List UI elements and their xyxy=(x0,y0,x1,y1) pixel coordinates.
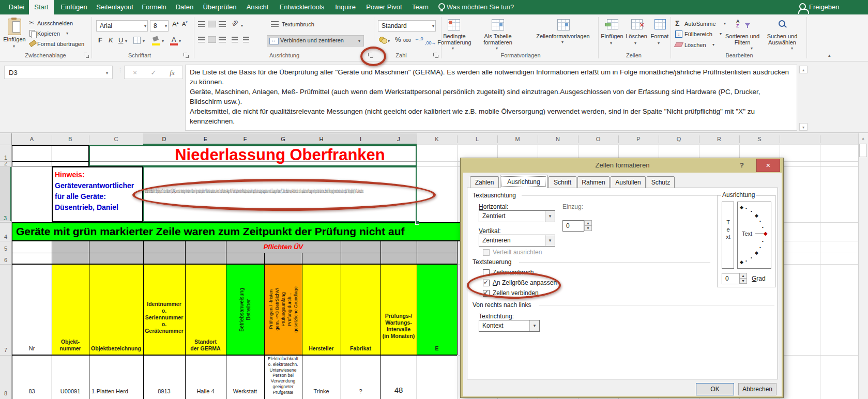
comma-style-button[interactable]: 000 xyxy=(403,38,411,43)
tell-me-box[interactable]: Was möchten Sie tun? xyxy=(447,0,514,14)
copy-button[interactable]: Kopieren xyxy=(37,30,60,37)
column-header-c[interactable]: C xyxy=(89,133,143,145)
name-box[interactable]: D3 ▾ xyxy=(4,66,113,79)
dialog-help-icon[interactable]: ? xyxy=(740,161,744,169)
dialog-close-icon[interactable]: × xyxy=(756,159,780,172)
cell-e8[interactable]: Halle 4 xyxy=(185,355,226,399)
tab-datei[interactable]: Datei xyxy=(4,0,29,14)
column-header-d[interactable]: D xyxy=(143,133,185,145)
clear-button[interactable]: Löschen xyxy=(684,41,706,49)
conditional-formatting-caret-icon[interactable] xyxy=(452,47,454,51)
font-dialog-launcher[interactable] xyxy=(184,53,189,58)
align-top-icon[interactable] xyxy=(198,21,205,27)
find-select-caret-icon[interactable] xyxy=(791,47,793,51)
orientation-dot[interactable] xyxy=(762,239,764,243)
font-color-icon[interactable]: A xyxy=(172,36,176,43)
cell-a8[interactable]: 83 xyxy=(12,355,52,399)
textrichtung-caret-icon[interactable] xyxy=(529,320,539,331)
orientation-dot[interactable] xyxy=(745,259,747,263)
vertical-scrollbar[interactable] xyxy=(858,133,868,399)
dialog-tab-schrift[interactable]: Schrift xyxy=(549,176,576,188)
insert-function-icon[interactable]: fx xyxy=(168,69,176,77)
hinweis-cell[interactable]: Hinweis: Geräteverantwortlicher für alle… xyxy=(52,166,143,222)
cell-b8[interactable]: U00091 xyxy=(52,355,89,399)
number-dialog-launcher[interactable] xyxy=(433,53,439,58)
dialog-tab-rahmen[interactable]: Rahmen xyxy=(577,176,610,188)
percent-style-button[interactable]: % xyxy=(395,36,401,43)
collapse-ribbon-icon[interactable]: ▴ xyxy=(828,53,831,58)
font-name-caret-icon[interactable] xyxy=(144,24,146,28)
align-left-icon[interactable] xyxy=(198,37,205,42)
header-intervalle[interactable]: Prüfungs-/ Wartungs- intervalle (in Mona… xyxy=(380,264,417,355)
format-cells-button[interactable]: Format xyxy=(647,33,673,39)
degrees-spinner[interactable]: 0 ▲ ▼ xyxy=(722,273,739,284)
degrees-down-icon[interactable]: ▼ xyxy=(739,278,747,284)
cell-styles-caret-icon[interactable] xyxy=(561,40,564,44)
shrink-font-icon[interactable]: A▾ xyxy=(182,20,188,27)
paste-caret-icon[interactable] xyxy=(13,44,15,49)
orientation-caret-icon[interactable] xyxy=(241,24,243,28)
copy-caret-icon[interactable] xyxy=(66,32,68,36)
font-size-combo[interactable]: 8 xyxy=(150,20,169,32)
confirm-entry-icon[interactable]: ✓ xyxy=(149,69,158,76)
orientation-diamond[interactable] xyxy=(755,213,758,218)
autosum-caret-icon[interactable] xyxy=(724,22,726,26)
column-header-e[interactable]: E xyxy=(185,133,226,145)
column-header-k[interactable]: K xyxy=(417,133,457,145)
orientation-diamond[interactable] xyxy=(740,205,743,210)
share-button[interactable]: Freigeben xyxy=(809,0,840,14)
cell-h8[interactable]: Trinke xyxy=(302,355,341,399)
tab-seitenlayout[interactable]: Seitenlayout xyxy=(93,0,136,14)
header-fabrikat[interactable]: Fabrikat xyxy=(341,264,380,355)
decrease-indent-icon[interactable] xyxy=(232,37,238,42)
fill-color-caret-icon[interactable] xyxy=(162,39,164,43)
dialog-tab-zahlen[interactable]: Zahlen xyxy=(470,176,499,188)
increase-decimal-icon[interactable]: ←,0 xyxy=(415,36,423,41)
align-bottom-icon[interactable] xyxy=(219,21,226,27)
name-box-caret-icon[interactable]: ▾ xyxy=(106,71,108,75)
cell-j8[interactable]: 48 xyxy=(380,355,417,399)
row-header-7[interactable]: 7 xyxy=(0,264,11,353)
paste-button[interactable]: Einfügen xyxy=(2,36,27,42)
orientation-compass-box[interactable]: Text xyxy=(737,202,771,269)
textrichtung-dropdown[interactable]: Kontext xyxy=(479,320,540,332)
dialog-tab-schutz[interactable]: Schutz xyxy=(647,176,675,188)
column-header-l[interactable]: L xyxy=(457,133,497,145)
orientation-diamond-selected[interactable] xyxy=(764,231,768,236)
tab-power-pivot[interactable]: Power Pivot xyxy=(362,0,406,14)
row-header-6[interactable]: 6 xyxy=(0,253,11,263)
header-nr[interactable]: Nr xyxy=(12,264,52,355)
insert-cells-button[interactable]: Einfügen xyxy=(599,33,626,39)
borders-caret-icon[interactable] xyxy=(143,39,145,43)
underline-button[interactable]: U xyxy=(118,36,123,44)
horizontal-caret-icon[interactable] xyxy=(545,211,555,222)
vertikal-caret-icon[interactable] xyxy=(545,235,555,246)
formula-input[interactable]: Die Liste ist die Basis für die Überprüf… xyxy=(185,65,797,131)
column-header-s[interactable]: S xyxy=(739,133,780,145)
format-as-table-caret-icon[interactable] xyxy=(496,47,498,51)
delete-cells-caret-icon[interactable] xyxy=(634,41,636,45)
row-header-5[interactable]: 5 xyxy=(0,241,11,252)
tab-inquire[interactable]: Inquire xyxy=(331,0,360,14)
row-header-8[interactable]: 8 xyxy=(0,355,11,396)
header-standort[interactable]: Standort der GERMA xyxy=(185,264,226,355)
formula-scroll-up-icon[interactable]: ▴ xyxy=(799,66,808,73)
cell-f8[interactable]: Werkstatt xyxy=(226,355,264,399)
cut-button[interactable]: Ausschneiden xyxy=(37,20,73,27)
sort-filter-button[interactable]: Sortieren und Filtern xyxy=(722,33,763,45)
scrollbar-thumb[interactable] xyxy=(859,144,867,157)
number-format-caret-icon[interactable] xyxy=(432,24,434,28)
namebox-splitter[interactable]: ⋮ xyxy=(117,67,123,73)
header-betriebsanweisung[interactable]: Betriebsanweisung Betreiber xyxy=(226,264,264,355)
underline-caret-icon[interactable] xyxy=(125,39,127,43)
formula-expand-icon[interactable]: ▾ xyxy=(799,123,808,131)
grow-font-icon[interactable]: A▴ xyxy=(172,20,178,28)
cell-c8[interactable]: 1-Platten Herd xyxy=(89,355,143,399)
find-select-button[interactable]: Suchen und Auswählen xyxy=(761,33,803,45)
tab-daten[interactable]: Daten xyxy=(172,0,197,14)
column-header-r[interactable]: R xyxy=(699,133,739,145)
ok-button[interactable]: OK xyxy=(696,383,734,395)
row-header-3[interactable]: 3 xyxy=(0,166,11,221)
clipboard-dialog-launcher[interactable] xyxy=(84,53,89,58)
format-cells-caret-icon[interactable] xyxy=(658,41,660,45)
